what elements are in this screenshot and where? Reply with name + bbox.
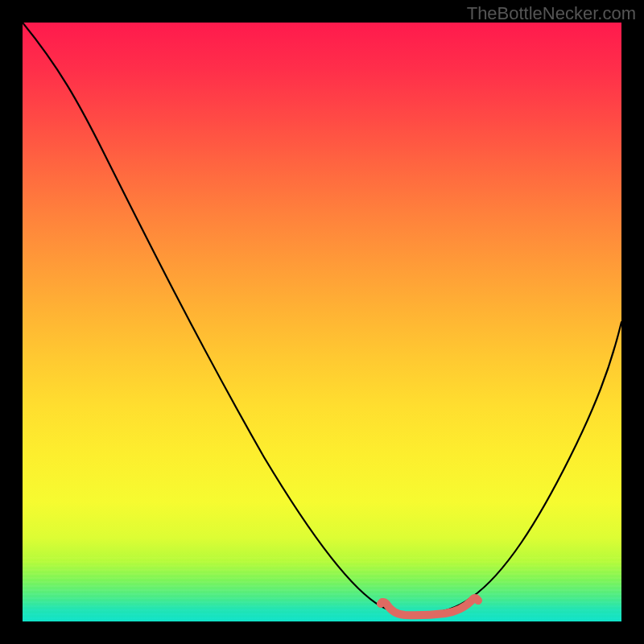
curve-svg [23, 23, 621, 621]
optimal-region-marker [381, 598, 478, 615]
marker-start-dot [378, 598, 386, 606]
bottleneck-curve-path [23, 23, 621, 613]
watermark-text: TheBottleNecker.com [467, 3, 636, 24]
chart-container: TheBottleNecker.com [0, 0, 644, 644]
plot-area [23, 23, 621, 621]
